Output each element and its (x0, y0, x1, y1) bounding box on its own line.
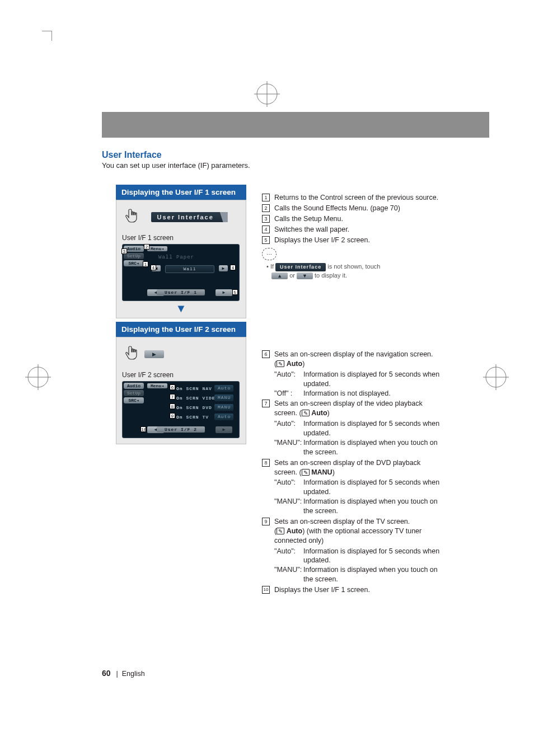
num-box: 8 (262, 459, 270, 467)
touch-icon (122, 206, 142, 228)
def-val: Information is displayed when you touch … (303, 438, 440, 457)
def-val: Information is displayed for 5 seconds w… (303, 370, 440, 389)
callout-4b: 4 (230, 265, 236, 270)
registration-mark-top (254, 81, 280, 107)
touch-icon (122, 343, 142, 365)
next-arrow-button[interactable]: ▶ (144, 350, 164, 358)
opt-tv[interactable]: On SCRN TV (176, 414, 209, 421)
callout-8: 8 (170, 403, 175, 409)
desc-2: Calls the Sound Effects Menu. (page 70) (274, 204, 440, 213)
num-box: 6 (262, 350, 270, 358)
desc-7: Sets an on-screen display of the video p… (274, 399, 440, 418)
opt-dvd[interactable]: On SCRN DVD (176, 404, 212, 412)
section-title: User Interface (102, 150, 162, 160)
def-key: "Auto": (274, 547, 303, 566)
card2-sub-label: User I/F 2 screen (122, 371, 240, 379)
menu-button[interactable]: Menu◂ (147, 246, 167, 251)
pencil-icon: ✎ (302, 410, 310, 416)
wallpaper-value: Wall (165, 265, 214, 273)
num-box: 9 (262, 518, 270, 525)
pager-next[interactable]: ▶ (216, 426, 232, 433)
wallpaper-label: Wall Paper (158, 255, 194, 260)
pencil-icon: ✎ (277, 360, 284, 367)
opt-nav[interactable]: On On SCRN NAVSCRN NAV (176, 385, 212, 393)
card1-sub-label: User I/F 1 screen (122, 234, 240, 242)
num-box: 4 (262, 226, 270, 233)
card2-heading: Displaying the User I/F 2 screen (116, 322, 246, 337)
desc-9: Sets an on-screen display of the TV scre… (274, 517, 440, 546)
pager-title-2: User I/F 2 (157, 426, 205, 433)
down-arrow-button[interactable]: ▼ (297, 273, 313, 279)
def-val: Information is displayed for 5 seconds w… (303, 419, 440, 438)
num-box: 7 (262, 400, 270, 407)
def-val: Information is displayed when you touch … (303, 565, 440, 584)
desc-10: Displays the User I/F 1 screen. (274, 585, 440, 595)
opt-video[interactable]: On SCRN VIDEO (176, 395, 218, 402)
def-val: Information is displayed for 5 seconds w… (303, 547, 440, 566)
desc-5: Displays the User I/F 2 screen. (274, 236, 440, 245)
num-box: 5 (262, 236, 270, 244)
opt-dvd-val: MANU (214, 404, 233, 411)
desc-4: Switches the wall paper. (274, 225, 440, 234)
def-key: "Auto": (274, 370, 303, 389)
device-screen-2: Audio SetUp SRC◂ Menu◂ 6 On On SCRN NAVS… (122, 381, 240, 438)
callout-10: 10 (140, 426, 146, 432)
desc-1: Returns to the Control screen of the pre… (274, 193, 440, 203)
def-key: "MANU": (274, 438, 303, 457)
right-column-lower: 6 Sets an on-screen display of the navig… (262, 350, 440, 596)
num-box: 10 (262, 586, 270, 594)
card1-body: User Interface User I/F 1 screen Audio S… (116, 200, 246, 318)
callout-3: 3 (121, 248, 127, 254)
pencil-icon: ✎ (277, 528, 284, 534)
num-box: 3 (262, 215, 270, 223)
def-key: "Auto": (274, 419, 303, 438)
note-icon: ⋯ (262, 248, 277, 260)
left-column: Displaying the User I/F 1 screen User In… (116, 185, 246, 444)
desc-8: Sets an on-screen display of the DVD pla… (274, 458, 440, 477)
pager-next[interactable]: ▶ (216, 289, 232, 296)
callout-6: 6 (170, 384, 175, 390)
right-column-upper: 1Returns to the Control screen of the pr… (262, 193, 440, 279)
inline-title-pill: User Interface (275, 263, 326, 271)
registration-mark-right (483, 364, 509, 392)
callout-9: 9 (170, 413, 175, 419)
crop-corner-tl (42, 31, 52, 41)
def-key: "MANU": (274, 565, 303, 584)
def-key: "MANU": (274, 497, 303, 516)
page-footer: 60 | English (102, 669, 145, 678)
callout-2: 2 (144, 244, 149, 250)
callout-7: 7 (170, 394, 175, 400)
desc-6: Sets an on-screen display of the navigat… (274, 350, 440, 369)
registration-mark-left (25, 364, 51, 392)
def-key: "Off" : (274, 389, 303, 398)
num-box: 2 (262, 204, 270, 212)
section-intro: You can set up user interface (IF) param… (102, 161, 250, 170)
pager-title-1: User I/F 1 (157, 289, 205, 295)
def-key: "Auto": (274, 478, 303, 497)
pencil-icon: ✎ (302, 469, 310, 476)
callout-5: 5 (232, 289, 238, 295)
card2-body: ▶ User I/F 2 screen Audio SetUp SRC◂ Men… (116, 337, 246, 444)
card1-heading: Displaying the User I/F 1 screen (116, 185, 246, 200)
continue-indicator: ▼ (122, 304, 240, 312)
opt-nav-val: Auto (214, 385, 233, 392)
title-band[interactable]: User Interface (151, 212, 227, 222)
desc-3: Calls the Setup Menu. (274, 214, 440, 224)
header-bar (102, 112, 489, 138)
def-val: Information is displayed for 5 seconds w… (303, 478, 440, 497)
page-number: 60 (102, 669, 111, 678)
next-button[interactable]: ▶ (219, 265, 228, 271)
callout-1: 1 (143, 261, 148, 267)
def-val: Information is displayed when you touch … (303, 497, 440, 516)
callout-4a: 4 (151, 265, 156, 270)
def-val: Information is not displayed. (303, 389, 440, 398)
opt-video-val: MANU (214, 395, 233, 401)
num-box: 1 (262, 194, 270, 201)
opt-tv-val: Auto (214, 414, 233, 420)
up-arrow-button[interactable]: ▲ (271, 273, 288, 279)
device-screen-1: Audio SetUp 3 SRC◂ 1 Menu◂ 2 Wall Paper … (122, 244, 240, 301)
note-text: • If User Interface is not shown, touch … (262, 262, 440, 279)
